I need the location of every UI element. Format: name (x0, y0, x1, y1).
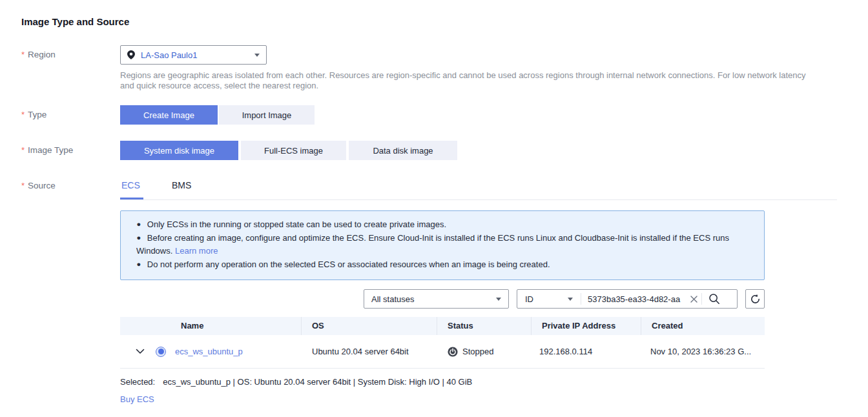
required-asterisk: * (21, 110, 25, 119)
bullet-dot: ● (137, 259, 141, 270)
tab-bms[interactable]: BMS (172, 180, 191, 190)
table-row: ecs_ws_ubuntu_p Ubuntu 20.04 server 64bi… (120, 335, 765, 369)
bullet-dot: ● (137, 232, 141, 243)
full-ecs-image-button[interactable]: Full-ECS image (241, 141, 346, 160)
import-image-button[interactable]: Import Image (219, 105, 315, 125)
ecs-name-link[interactable]: ecs_ws_ubuntu_p (175, 347, 243, 356)
image-type-button-group: System disk image Full-ECS image Data di… (120, 141, 460, 160)
page-title: Image Type and Source (21, 16, 129, 27)
search-input[interactable]: 5373ba35-ea33-4d82-aa (588, 294, 686, 304)
bullet-dot: ● (137, 219, 141, 230)
learn-more-link[interactable]: Learn more (175, 246, 218, 256)
column-header-private-ip: Private IP Address (532, 317, 641, 335)
type-button-group: Create Image Import Image (120, 105, 316, 125)
active-tab-indicator (120, 198, 143, 199)
search-icon[interactable] (702, 293, 727, 305)
ecs-notice-box: ●Only ECSs in the running or stopped sta… (120, 210, 765, 280)
selected-value: ecs_ws_ubuntu_p | OS: Ubuntu 20.04 serve… (163, 377, 472, 387)
location-pin-icon (127, 50, 135, 59)
os-cell: Ubuntu 20.04 server 64bit (302, 347, 437, 356)
image-type-label: *Image Type (21, 145, 73, 155)
region-description: Regions are geographic areas isolated fr… (120, 70, 811, 90)
table-header: Name OS Status Private IP Address Create… (120, 317, 765, 335)
selection-summary: Selected: ecs_ws_ubuntu_p | OS: Ubuntu 2… (120, 377, 472, 387)
required-asterisk: * (21, 50, 25, 59)
type-label: *Type (21, 110, 46, 119)
search-category-select[interactable]: ID (517, 294, 556, 304)
caret-down-icon[interactable] (568, 298, 573, 301)
region-label: *Region (21, 50, 56, 59)
region-select[interactable]: LA-Sao Paulo1 (120, 45, 267, 65)
name-cell: ecs_ws_ubuntu_p (120, 347, 302, 357)
notice-item: ●Before creating an image, configure and… (136, 232, 751, 258)
power-icon (448, 347, 458, 357)
system-disk-image-button[interactable]: System disk image (120, 141, 238, 160)
tab-divider (120, 199, 837, 200)
region-value: LA-Sao Paulo1 (141, 50, 254, 60)
chevron-down-icon[interactable] (136, 349, 145, 354)
created-cell: Nov 10, 2023 16:36:23 G... (641, 347, 765, 356)
divider (581, 293, 581, 305)
create-image-button[interactable]: Create Image (120, 105, 218, 125)
data-disk-image-button[interactable]: Data disk image (349, 141, 457, 160)
notice-item: ●Do not perform any operation on the sel… (136, 258, 751, 272)
column-header-os: OS (302, 317, 437, 335)
column-header-status: Status (437, 317, 532, 335)
close-icon[interactable] (686, 296, 701, 303)
buy-ecs-link[interactable]: Buy ECS (120, 394, 154, 404)
column-header-name: Name (120, 317, 302, 335)
column-header-created: Created (641, 317, 765, 335)
private-ip-cell: 192.168.0.114 (532, 347, 641, 356)
caret-down-icon (496, 298, 501, 301)
status-cell: Stopped (437, 347, 532, 357)
required-asterisk: * (21, 145, 25, 155)
image-type-and-source-panel: Image Type and Source *Region LA-Sao Pau… (0, 0, 868, 417)
caret-down-icon (254, 54, 260, 57)
required-asterisk: * (21, 181, 25, 190)
search-box: ID 5373ba35-ea33-4d82-aa (517, 289, 738, 309)
status-text: Stopped (462, 347, 493, 356)
source-label: *Source (21, 181, 56, 190)
row-radio-selected[interactable] (156, 347, 166, 357)
refresh-button[interactable] (745, 289, 765, 309)
selected-label: Selected: (120, 377, 155, 387)
status-filter-select[interactable]: All statuses (364, 289, 509, 309)
notice-item: ●Only ECSs in the running or stopped sta… (136, 218, 751, 232)
tab-ecs[interactable]: ECS (121, 180, 140, 190)
refresh-icon (750, 294, 761, 305)
status-filter-value: All statuses (371, 294, 496, 304)
